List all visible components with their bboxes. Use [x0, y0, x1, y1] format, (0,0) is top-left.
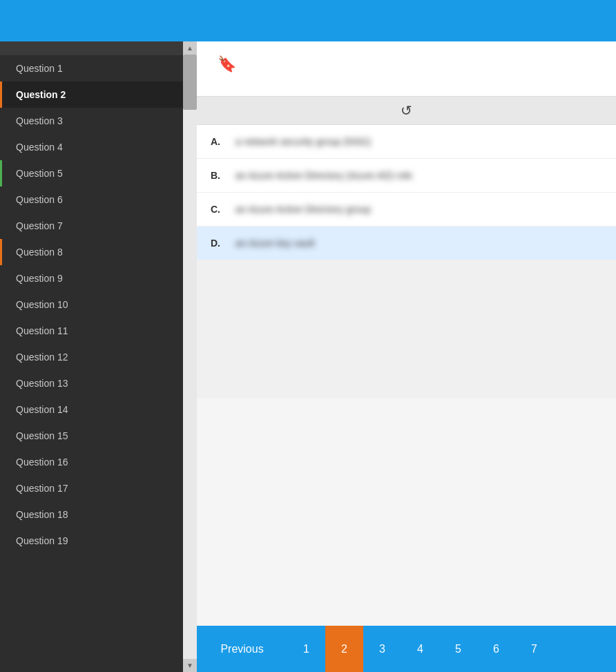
reset-button[interactable]: ↺ — [401, 102, 412, 119]
answer-label-2: C. — [211, 204, 227, 215]
sidebar-list: Question 1Question 2Question 3Question 4… — [0, 55, 183, 672]
sidebar-item-question-3[interactable]: Question 3 — [0, 108, 183, 134]
page-button-6[interactable]: 6 — [477, 626, 515, 672]
sidebar-item-question-11[interactable]: Question 11 — [0, 318, 183, 344]
sidebar-item-question-13[interactable]: Question 13 — [0, 370, 183, 396]
sidebar-item-question-18[interactable]: Question 18 — [0, 501, 183, 528]
app-header — [0, 0, 616, 41]
page-button-2[interactable]: 2 — [325, 626, 363, 672]
content-area: 🔖 ↺ A.a network security group (NSG)B.an… — [197, 41, 616, 672]
answer-text-1: an Azure Active Directory (Azure AD) rol… — [235, 170, 412, 181]
sidebar-item-question-16[interactable]: Question 16 — [0, 449, 183, 475]
previous-button[interactable]: Previous — [197, 626, 287, 672]
answer-label-3: D. — [211, 238, 227, 249]
reset-icon: ↺ — [401, 102, 412, 119]
answer-option-c[interactable]: C.an Azure Active Directory group — [197, 193, 616, 227]
answer-option-b[interactable]: B.an Azure Active Directory (Azure AD) r… — [197, 159, 616, 193]
answer-option-a[interactable]: A.a network security group (NSG) — [197, 125, 616, 159]
answer-label-0: A. — [211, 136, 227, 147]
answer-text-0: a network security group (NSG) — [235, 136, 371, 147]
question-text-section: 🔖 — [197, 41, 616, 97]
sidebar-item-question-6[interactable]: Question 6 — [0, 186, 183, 213]
scroll-thumb[interactable] — [183, 55, 197, 110]
question-bookmark-area: 🔖 — [211, 55, 602, 73]
sidebar-item-question-10[interactable]: Question 10 — [0, 291, 183, 318]
scroll-down-arrow[interactable]: ▼ — [183, 659, 197, 672]
answer-text-2: an Azure Active Directory group — [235, 204, 371, 215]
sidebar: Question 1Question 2Question 3Question 4… — [0, 41, 183, 672]
sidebar-item-question-15[interactable]: Question 15 — [0, 423, 183, 449]
page-button-4[interactable]: 4 — [401, 626, 439, 672]
scroll-panel: ▲ ▼ — [183, 41, 197, 672]
answers-section: A.a network security group (NSG)B.an Azu… — [197, 125, 616, 260]
page-button-5[interactable]: 5 — [439, 626, 477, 672]
gray-area — [197, 260, 616, 399]
sidebar-item-question-19[interactable]: Question 19 — [0, 528, 183, 554]
sidebar-set-label — [0, 41, 183, 55]
sidebar-item-question-12[interactable]: Question 12 — [0, 344, 183, 370]
sidebar-item-question-9[interactable]: Question 9 — [0, 265, 183, 291]
reset-section: ↺ — [197, 97, 616, 125]
page-button-7[interactable]: 7 — [515, 626, 553, 672]
answer-text-3: an Azure key vault — [235, 238, 314, 249]
sidebar-item-question-14[interactable]: Question 14 — [0, 396, 183, 423]
sidebar-item-question-2[interactable]: Question 2 — [0, 81, 183, 108]
question-panel: 🔖 ↺ A.a network security group (NSG)B.an… — [197, 41, 616, 626]
bottom-nav: Previous1234567 — [197, 626, 616, 672]
page-button-1[interactable]: 1 — [287, 626, 325, 672]
main-area: Question 1Question 2Question 3Question 4… — [0, 41, 616, 672]
sidebar-item-question-5[interactable]: Question 5 — [0, 160, 183, 186]
bookmark-flag-icon[interactable]: 🔖 — [218, 55, 236, 73]
answer-label-1: B. — [211, 170, 227, 181]
page-button-3[interactable]: 3 — [363, 626, 401, 672]
scroll-track — [183, 55, 197, 659]
sidebar-item-question-4[interactable]: Question 4 — [0, 134, 183, 160]
sidebar-item-question-17[interactable]: Question 17 — [0, 475, 183, 501]
answer-option-d[interactable]: D.an Azure key vault — [197, 227, 616, 260]
sidebar-item-question-7[interactable]: Question 7 — [0, 213, 183, 239]
sidebar-item-question-1[interactable]: Question 1 — [0, 55, 183, 81]
sidebar-item-question-8[interactable]: Question 8 — [0, 239, 183, 265]
scroll-up-arrow[interactable]: ▲ — [183, 41, 197, 55]
